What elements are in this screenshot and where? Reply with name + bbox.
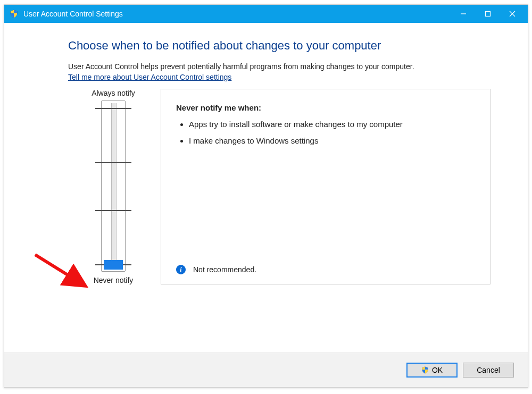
panel-title: Never notify me when: <box>176 103 475 112</box>
notification-level-panel: Never notify me when: Apps try to instal… <box>161 89 491 284</box>
notification-slider[interactable] <box>101 100 126 272</box>
minimize-button[interactable] <box>451 5 476 23</box>
close-button[interactable] <box>500 5 525 23</box>
page-subtext: User Account Control helps prevent poten… <box>68 62 491 71</box>
page-heading: Choose when to be notified about changes… <box>68 39 491 53</box>
maximize-button[interactable] <box>476 5 500 23</box>
ok-button-label: OK <box>432 366 443 374</box>
slider-label-top: Always notify <box>68 89 159 97</box>
uac-shield-icon <box>10 10 18 18</box>
notification-slider-column: Always notify Never notify <box>68 89 159 284</box>
slider-label-bottom: Never notify <box>68 276 159 284</box>
window-title: User Account Control Settings <box>23 10 123 18</box>
recommendation-text: Not recommended. <box>193 265 256 274</box>
uac-shield-icon <box>421 366 429 374</box>
svg-rect-1 <box>486 12 491 16</box>
cancel-button[interactable]: Cancel <box>463 363 514 378</box>
titlebar: User Account Control Settings <box>4 5 528 23</box>
info-icon: i <box>176 265 186 274</box>
client-area: Choose when to be notified about changes… <box>4 23 528 387</box>
dialog-footer: OK Cancel <box>4 353 528 387</box>
help-link[interactable]: Tell me more about User Account Control … <box>68 73 231 81</box>
panel-bullet: Apps try to install software or make cha… <box>189 120 475 129</box>
ok-button[interactable]: OK <box>406 363 458 378</box>
cancel-button-label: Cancel <box>477 366 500 374</box>
uac-settings-window: User Account Control Settings Choose whe… <box>4 4 528 388</box>
panel-bullet: I make changes to Windows settings <box>189 136 475 145</box>
slider-thumb[interactable] <box>104 260 123 270</box>
